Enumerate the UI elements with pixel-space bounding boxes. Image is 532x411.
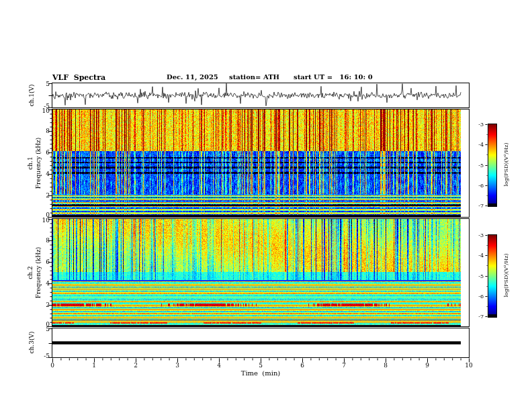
ch1-frequency-axis-label: Frequency (kHz): [35, 138, 42, 189]
colorbar-ch2: [488, 234, 497, 318]
ch2-freq-tick-label: 2: [35, 302, 50, 308]
ch2-spectrogram-panel: [52, 218, 470, 327]
colorbar1-tick-label: -5: [472, 163, 484, 169]
ch2-channel-axis-label: ch.2: [27, 266, 34, 279]
ch2-frequency-axis-label: Frequency (kHz): [35, 247, 42, 299]
x-tick-label: 10: [461, 362, 477, 369]
ch3-volt-tick-label: 5: [35, 326, 50, 332]
colorbar1-tick-label: -6: [472, 183, 484, 189]
x-tick-label: 1: [86, 362, 102, 369]
ch1-freq-tick-label: 6: [35, 149, 50, 156]
x-tick-label: 9: [419, 362, 435, 369]
ch1-volt-tick-label: 5: [35, 81, 50, 87]
x-tick-label: 7: [336, 362, 352, 369]
figure-title: VLF Spectra: [52, 73, 105, 82]
date-label: Dec. 11, 2025: [167, 73, 218, 81]
colorbar1-tick-label: -3: [472, 122, 484, 128]
ch2-freq-tick-label: 4: [35, 280, 50, 287]
ch1-freq-tick-label: 2: [35, 192, 50, 199]
x-tick-label: 4: [211, 362, 227, 369]
ch1-voltage-axis-label: ch.1(V): [28, 85, 35, 107]
x-tick-label: 0: [44, 362, 60, 369]
ch1-freq-tick-label: 8: [35, 128, 50, 134]
x-tick-label: 6: [294, 362, 310, 369]
ch3-voltage-axis-label: ch.3(V): [28, 332, 35, 354]
ch1-freq-tick-label: 4: [35, 171, 50, 177]
ch1-channel-axis-label: ch.1: [27, 156, 34, 169]
colorbar1-tick-label: -7: [472, 203, 484, 209]
colorbar-ch1-label: log(PSD)(V²/Hz): [503, 142, 509, 186]
x-tick-label: 8: [378, 362, 394, 369]
vlf-spectra-figure: VLF Spectra Dec. 11, 2025 station= ATH s…: [0, 0, 532, 411]
ch1-spectrogram-panel: [52, 109, 470, 218]
ch2-freq-tick-label: 10: [35, 217, 50, 224]
x-tick-label: 5: [253, 362, 269, 369]
start-ut-label: start UT = 16: 10: 0: [294, 73, 373, 81]
colorbar2-tick-label: -7: [472, 314, 484, 320]
colorbar2-tick-label: -4: [472, 253, 484, 259]
colorbar2-tick-label: -6: [472, 293, 484, 300]
ch2-freq-tick-label: 6: [35, 259, 50, 265]
x-tick-label: 2: [128, 362, 144, 369]
colorbar2-tick-label: -3: [472, 232, 484, 238]
colorbar2-tick-label: -5: [472, 273, 484, 279]
ch1-volt-tick-label: -5: [35, 103, 50, 109]
x-axis-title: Time (min): [234, 369, 287, 377]
station-label: station= ATH: [229, 73, 279, 81]
colorbar-ch2-label: log(PSD)(V²/Hz): [503, 253, 509, 297]
ch1-waveform-panel: [52, 83, 470, 108]
colorbar1-tick-label: -4: [472, 142, 484, 148]
ch3-waveform-panel: [52, 328, 470, 358]
x-tick-label: 3: [169, 362, 185, 369]
colorbar-ch1: [488, 124, 497, 207]
ch2-freq-tick-label: 8: [35, 237, 50, 244]
ch3-volt-tick-label: -5: [35, 353, 50, 359]
